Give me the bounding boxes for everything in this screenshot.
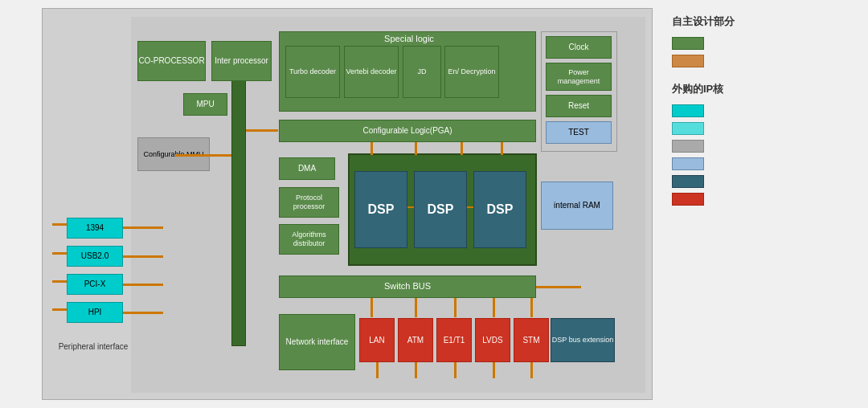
peripheral-interface-label: Peripheral interface — [57, 330, 129, 362]
legend-item-green — [672, 37, 820, 50]
mpu-box: MPU — [183, 93, 227, 116]
internal-ram-box: internal RAM — [541, 182, 613, 230]
coprocessor-box: CO-PROCESSOR — [137, 41, 206, 81]
dsp2-box: DSP — [414, 171, 467, 248]
turbo-decoder-box: Turbo decoder — [285, 46, 340, 98]
jd-box: JD — [403, 46, 441, 98]
dsp3-box: DSP — [473, 171, 526, 248]
legend-item-gray — [672, 140, 820, 153]
arr-usb-bus — [139, 255, 163, 258]
b1394-box: 1394 — [67, 218, 123, 239]
e1t1-box: E1/T1 — [436, 318, 472, 362]
arr-pci-l — [52, 280, 67, 283]
usb20-box: USB2.0 — [67, 246, 123, 267]
switch-bus-box: Switch BUS — [279, 275, 536, 298]
algorithms-distributor-box: Algorithms distributor — [279, 224, 339, 255]
legend-item-red — [672, 193, 820, 206]
legend-color-red — [672, 193, 704, 206]
atm-box: ATM — [398, 318, 433, 362]
arr-usb-r — [123, 255, 139, 258]
dsp-arrow1 — [407, 206, 414, 208]
arr-pci-r — [123, 284, 139, 286]
test-box: TEST — [546, 121, 612, 144]
configurable-logic-box: Configurable Logic(PGA) — [279, 120, 536, 142]
legend-color-green — [672, 37, 704, 50]
arr-to-logic — [246, 129, 278, 132]
legend-title-1: 自主设计部分 — [672, 14, 820, 29]
arr-1394-l — [52, 223, 67, 226]
en-decryption-box: En/ Decryption — [444, 46, 499, 98]
dma-box: DMA — [279, 157, 335, 180]
dsp-arrow2 — [467, 206, 473, 208]
arr-usb-l — [52, 252, 67, 255]
stm-box: STM — [514, 318, 549, 362]
arr-hpi-l — [52, 308, 67, 311]
hpi-box: HPI — [67, 302, 123, 323]
legend-title-2: 外购的IP核 — [672, 82, 820, 96]
arr-1394-bus — [139, 226, 163, 229]
legend-color-light-blue — [672, 157, 704, 170]
arr-sw2 — [415, 298, 417, 317]
arr-sw1 — [371, 298, 373, 317]
legend-item-light-cyan — [672, 122, 820, 135]
arr-pci-bus — [139, 284, 163, 286]
protocol-processor-box: Protocol processor — [279, 187, 339, 218]
main-container: CO-PROCESSOR Inter processor MPU Special… — [34, 0, 834, 408]
arr-switch-right — [536, 286, 581, 288]
right-panel: Clock Power management Reset TEST — [541, 31, 617, 152]
arr-mmu — [175, 154, 231, 157]
arr-net1 — [376, 362, 379, 378]
arr-v1 — [371, 142, 373, 155]
legend-color-light-cyan — [672, 122, 704, 135]
arr-v3 — [461, 142, 463, 155]
reset-box: Reset — [546, 95, 612, 117]
legend-area: 自主设计部分 外购的IP核 — [665, 8, 826, 212]
legend-color-gray — [672, 140, 704, 153]
inter-processor-box: Inter processor — [211, 41, 272, 81]
arr-sw3 — [454, 298, 457, 317]
pcix-box: PCI-X — [67, 274, 123, 295]
legend-color-teal — [672, 175, 704, 188]
network-interface-box: Network interface — [279, 314, 355, 370]
arr-v2 — [415, 142, 417, 155]
arr-v4 — [501, 142, 503, 155]
diagram: CO-PROCESSOR Inter processor MPU Special… — [51, 17, 645, 393]
power-management-box: Power management — [546, 63, 612, 91]
arr-net4 — [493, 362, 495, 378]
arr-sw5 — [530, 298, 533, 317]
arr-net3 — [454, 362, 457, 378]
arr-net2 — [415, 362, 417, 378]
arr-1394-r — [123, 226, 139, 229]
arr-hpi-r — [123, 312, 139, 314]
clock-box: Clock — [546, 36, 612, 59]
lvds-box: LVDS — [475, 318, 510, 362]
legend-item-cyan — [672, 104, 820, 117]
dsp-bus-extension-box: DSP bus extension — [551, 318, 615, 362]
diagram-area: CO-PROCESSOR Inter processor MPU Special… — [42, 8, 653, 400]
bus-bar — [231, 49, 246, 346]
arr-net5 — [530, 362, 533, 378]
lan-box: LAN — [359, 318, 395, 362]
legend-color-orange — [672, 55, 704, 67]
dsp1-box: DSP — [354, 171, 407, 248]
legend-color-cyan — [672, 104, 704, 117]
legend-item-orange — [672, 55, 820, 67]
legend-item-light-blue — [672, 157, 820, 170]
arr-sw4 — [493, 298, 495, 317]
arr-hpi-bus — [139, 312, 163, 314]
viterbi-decoder-box: Vertebi decoder — [344, 46, 399, 98]
legend-item-teal — [672, 175, 820, 188]
